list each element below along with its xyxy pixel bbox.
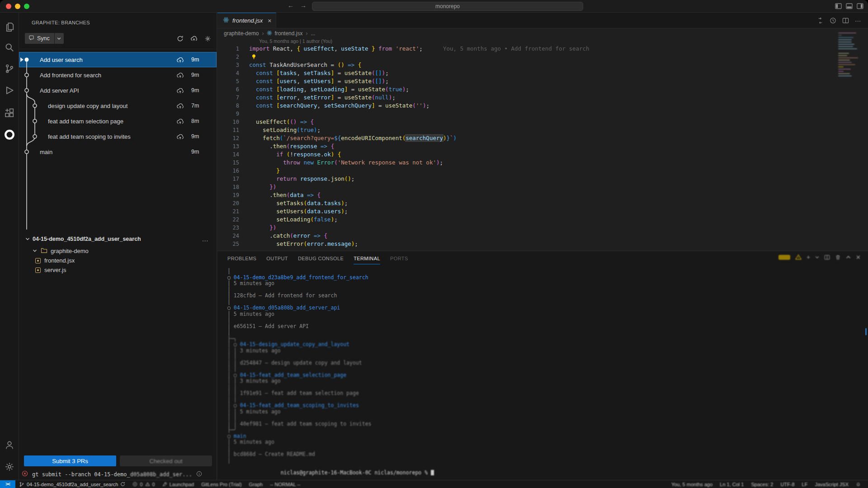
status-launchpad[interactable]: Launchpad (159, 480, 198, 488)
codelens[interactable]: You, 5 months ago | 1 author (You) (217, 38, 868, 45)
search-icon[interactable] (0, 40, 19, 55)
explorer-icon[interactable] (0, 19, 19, 35)
code-line[interactable]: 23 }) (217, 224, 868, 232)
branch-row[interactable]: design update copy and layout7m (19, 98, 217, 113)
close-window-button[interactable] (6, 4, 11, 9)
terminal-output[interactable]: │◯ 04-15-demo_d23a8be9_add_frontend_for_… (227, 268, 857, 480)
refresh-icon[interactable] (177, 35, 184, 42)
status-branch-indicator[interactable]: 04-15-demo_4510df2a_add_user_search (15, 480, 129, 488)
code-line[interactable]: 15 throw new Error('Network response was… (217, 159, 868, 167)
tab-frontend-jsx[interactable]: frontend.jsx × (217, 13, 276, 28)
gear-icon[interactable] (204, 35, 211, 42)
remote-indicator[interactable]: >< (0, 480, 15, 488)
kill-terminal-icon[interactable] (835, 254, 841, 260)
branch-row[interactable]: Add frontend for search9m (19, 67, 217, 83)
split-terminal-icon[interactable] (824, 254, 830, 260)
branch-row[interactable]: feat add team scoping to invites9m (19, 129, 217, 144)
branch-row[interactable]: Add server API9m (19, 83, 217, 98)
code-line[interactable]: 18 }) (217, 183, 868, 191)
code-line[interactable]: 19 .then(data => { (217, 191, 868, 199)
panel-tab-output[interactable]: OUTPUT (266, 252, 288, 264)
close-tab-icon[interactable]: × (268, 17, 271, 24)
tree-item-file[interactable]: frontend.jsx (19, 256, 217, 265)
breadcrumb-item[interactable]: frontend.jsx (267, 30, 302, 37)
code-line[interactable]: 13 .then(response => { (217, 142, 868, 150)
toggle-panel-right-icon[interactable] (857, 3, 863, 9)
breadcrumb-item[interactable]: graphite-demo (224, 30, 259, 37)
extensions-icon[interactable] (0, 105, 19, 121)
status-vim-mode[interactable]: -- NORMAL -- (266, 480, 304, 488)
terminal-scrollbar[interactable] (865, 328, 867, 335)
code-line[interactable]: 10 useEffect(() => { (217, 118, 868, 126)
status-eol[interactable]: LF (798, 480, 811, 488)
sync-dropdown-button[interactable] (55, 33, 64, 44)
source-control-icon[interactable] (0, 61, 19, 76)
status-gitlens-pro[interactable]: GitLens Pro (Trial) (198, 480, 245, 488)
branch-row[interactable]: main9m (19, 144, 217, 160)
navigate-forward-icon[interactable]: → (300, 2, 307, 9)
status-encoding[interactable]: UTF-8 (777, 480, 798, 488)
code-line[interactable]: 17 return response.json(); (217, 175, 868, 183)
cloud-upload-icon[interactable] (190, 35, 198, 42)
info-icon[interactable] (196, 470, 202, 479)
status-notifications[interactable] (852, 480, 864, 488)
more-actions-icon[interactable]: ... (202, 236, 208, 243)
minimap[interactable] (838, 33, 862, 105)
breadcrumb-item[interactable]: ... (311, 30, 315, 37)
minimize-window-button[interactable] (15, 4, 20, 9)
code-line[interactable]: 1import React, { useEffect, useState } f… (217, 45, 868, 53)
status-language-mode[interactable]: JavaScript JSX (811, 480, 852, 488)
status-problems[interactable]: 00 (129, 480, 158, 488)
status-indentation[interactable]: Spaces: 2 (747, 480, 777, 488)
toggle-panel-left-icon[interactable] (835, 3, 842, 9)
code-area[interactable]: 1import React, { useEffect, useState } f… (217, 45, 868, 248)
split-editor-icon[interactable] (842, 17, 849, 24)
run-debug-icon[interactable] (0, 83, 19, 98)
code-line[interactable]: 16 } (217, 167, 868, 175)
code-line[interactable]: 22 setLoading(false); (217, 216, 868, 224)
branch-row[interactable]: Add user search9m (19, 52, 217, 67)
command-center-search[interactable]: monorepo (312, 2, 583, 11)
code-line[interactable]: 14 if (!response.ok) { (217, 150, 868, 159)
open-changes-icon[interactable] (817, 17, 824, 24)
panel-tab-debug-console[interactable]: DEBUG CONSOLE (298, 252, 344, 264)
code-line[interactable]: 9 (217, 110, 868, 118)
settings-gear-icon[interactable] (0, 459, 19, 474)
navigate-back-icon[interactable]: ← (288, 2, 294, 9)
panel-tab-problems[interactable]: PROBLEMS (227, 252, 256, 264)
submit-prs-button[interactable]: Submit 3 PRs (24, 455, 116, 466)
checked-out-button[interactable]: Checked out (120, 455, 212, 466)
status-blame-status[interactable]: You, 5 months ago (668, 480, 716, 488)
code-line[interactable]: 5 const [users, setUsers] = useState([])… (217, 77, 868, 85)
panel-tab-ports[interactable]: PORTS (390, 252, 408, 264)
code-line[interactable]: 3const TaskAndUserSearch = () => { (217, 61, 868, 69)
more-actions-icon[interactable]: ⋯ (855, 17, 862, 24)
panel-tab-terminal[interactable]: TERMINAL (354, 252, 380, 264)
account-icon[interactable] (0, 437, 19, 453)
status-cursor-position[interactable]: Ln 1, Col 1 (716, 480, 747, 488)
terminal-dropdown-icon[interactable] (815, 255, 819, 259)
status-graph[interactable]: Graph (245, 480, 267, 488)
code-line[interactable]: 25 setError(error.message); (217, 240, 868, 248)
maximize-panel-icon[interactable] (846, 255, 851, 260)
code-line[interactable]: 21 setUsers(data.users); (217, 207, 868, 216)
sync-button[interactable]: Sync (25, 33, 64, 44)
code-line[interactable]: 12 fetch(`/search?query=${encodeURICompo… (217, 134, 868, 142)
toggle-panel-bottom-icon[interactable] (846, 3, 853, 9)
code-line[interactable]: 11 setLoading(true); (217, 126, 868, 134)
close-panel-icon[interactable]: ✕ (856, 254, 861, 261)
code-line[interactable]: 6 const [loading, setLoading] = useState… (217, 85, 868, 94)
lightbulb-icon[interactable] (251, 54, 257, 62)
zoom-window-button[interactable] (24, 4, 29, 9)
code-line[interactable]: 4 const [tasks, setTasks] = useState([])… (217, 69, 868, 77)
branch-row[interactable]: feat add team selection page8m (19, 113, 217, 129)
tree-item-file[interactable]: server.js (19, 265, 217, 275)
blame-annotate-icon[interactable] (830, 17, 836, 24)
code-line[interactable]: 7 const [error, setError] = useState(nul… (217, 94, 868, 102)
code-line[interactable]: 20 setTasks(data.tasks); (217, 199, 868, 207)
worktree-header[interactable]: 04-15-demo_4510df2a_add_user_search ... (19, 234, 217, 244)
graphite-icon[interactable] (0, 127, 19, 142)
code-line[interactable]: 24 .catch(error => { (217, 232, 868, 240)
code-line[interactable]: 2 (217, 53, 868, 61)
code-line[interactable]: 8 const [searchQuery, setSearchQuery] = … (217, 102, 868, 110)
